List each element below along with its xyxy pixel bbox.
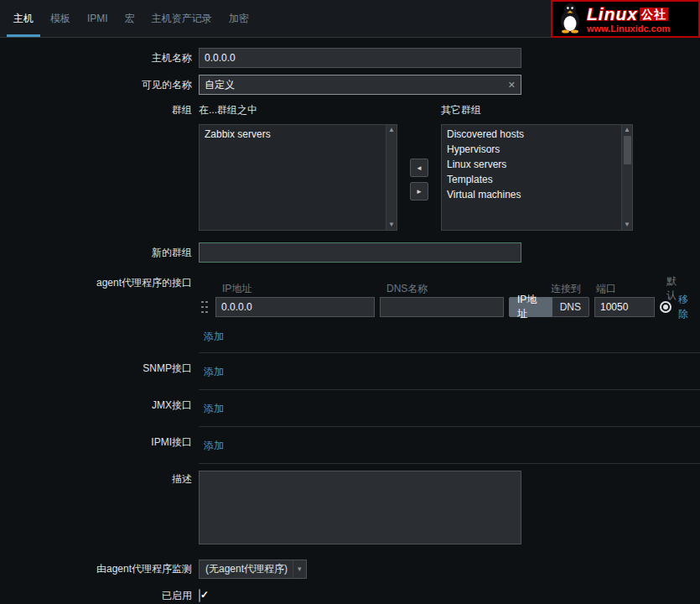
penguin-icon [557,2,583,36]
logo-brand-text: Linux [587,4,638,23]
logo-url: www.Linuxidc.com [587,24,670,34]
scroll-down-icon[interactable]: ▼ [624,220,630,230]
proxy-select-value: (无agent代理程序) [205,562,288,576]
description-label: 描述 [0,471,199,486]
tab-list: 主机 模板 IPMI 宏 主机资产记录 加密 [0,0,257,37]
list-item[interactable]: Zabbix servers [200,127,383,142]
clear-icon[interactable]: ✕ [508,79,516,91]
remove-interface-link[interactable]: 移除 [678,293,697,321]
move-right-button[interactable]: ► [410,182,428,200]
interface-ip-input[interactable] [215,297,375,317]
enabled-checkbox[interactable] [199,589,200,602]
connect-dns-button[interactable]: DNS [552,297,589,317]
proxy-select[interactable]: (无agent代理程序) ▾ [199,560,307,579]
snmp-interfaces-label: SNMP接口 [0,360,199,375]
visible-name-input[interactable] [199,75,521,95]
scroll-down-icon[interactable]: ▼ [388,220,395,230]
list-item[interactable]: Linux servers [442,157,619,172]
description-textarea[interactable] [199,471,521,544]
add-ipmi-interface-link[interactable]: 添加 [204,439,224,453]
groups-label: 群组 [0,102,199,117]
tab-macros[interactable]: 宏 [117,0,143,37]
monitored-by-label: 由agent代理程序监测 [0,559,199,579]
add-snmp-interface-link[interactable]: 添加 [204,365,224,379]
drag-handle-icon[interactable] [200,298,209,316]
top-tab-bar: 主机 模板 IPMI 宏 主机资产记录 加密 Linux公社 www.Linux… [0,0,700,38]
in-groups-title: 在...群组之中 [199,103,397,117]
enabled-label: 已启用 [0,586,199,604]
tab-templates[interactable]: 模板 [42,0,79,37]
logo-brand-suffix: 公社 [640,8,668,21]
tab-encryption[interactable]: 加密 [220,0,257,37]
interface-dns-input[interactable] [380,297,504,317]
host-config-form: 主机名称 可见的名称 ✕ 群组 在...群组之中 Zabbix servers … [0,38,700,604]
scroll-up-icon[interactable]: ▲ [624,125,630,135]
chevron-down-icon: ▾ [293,560,306,578]
linuxidc-logo: Linux公社 www.Linuxidc.com [551,0,700,38]
scrollbar-thumb[interactable] [624,136,631,164]
host-name-label: 主机名称 [0,48,199,68]
list-item[interactable]: Discovered hosts [442,127,619,142]
other-groups-title: 其它群组 [441,103,633,117]
scrollbar[interactable]: ▲ ▼ [386,125,397,230]
column-header-dns: DNS名称 [380,282,504,296]
agent-interfaces-label: agent代理程序的接口 [0,274,199,289]
host-name-input[interactable] [199,48,521,68]
ipmi-interfaces-label: IPMI接口 [0,434,199,449]
other-groups-listbox[interactable]: Discovered hosts Hypervisors Linux serve… [441,124,633,231]
new-group-input[interactable] [199,242,521,263]
scroll-up-icon[interactable]: ▲ [388,125,395,135]
default-interface-radio[interactable] [660,301,671,313]
add-agent-interface-link[interactable]: 添加 [204,330,224,344]
list-item[interactable]: Templates [442,172,619,187]
list-item[interactable]: Virtual machines [442,187,619,202]
tab-inventory[interactable]: 主机资产记录 [143,0,220,37]
tab-host[interactable]: 主机 [5,0,42,37]
list-item[interactable]: Hypervisors [442,142,619,157]
column-header-ip: IP地址 [215,282,375,296]
connect-ip-button[interactable]: IP地址 [509,297,552,317]
move-left-button[interactable]: ◄ [410,159,428,177]
add-jmx-interface-link[interactable]: 添加 [204,402,224,416]
column-header-port: 端口 [594,282,655,296]
visible-name-label: 可见的名称 [0,75,199,95]
new-group-label: 新的群组 [0,242,199,263]
in-groups-listbox[interactable]: Zabbix servers ▲ ▼ [199,124,397,231]
jmx-interfaces-label: JMX接口 [0,397,199,412]
connect-to-toggle: IP地址 DNS [509,297,589,317]
agent-interface-row: IP地址 DNS 移除 [199,293,697,321]
interface-port-input[interactable] [594,297,655,317]
scrollbar[interactable]: ▲ ▼ [621,125,632,230]
tab-ipmi[interactable]: IPMI [79,0,117,37]
